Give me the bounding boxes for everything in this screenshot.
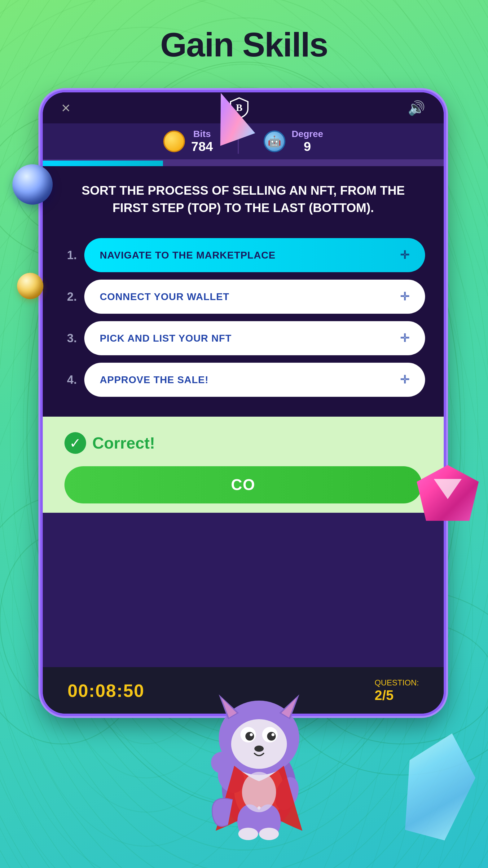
svg-text:B: B [236,102,242,113]
answer-row-1: 1. NAVIGATE TO THE MARKETPLACE ✛ [61,238,425,272]
question-counter-value: 2/5 [375,688,419,703]
answer-label-3: PICK AND LIST YOUR NFT [100,333,232,344]
sound-icon[interactable]: 🔊 [408,100,425,116]
svg-point-22 [271,733,274,736]
drag-icon-3: ✛ [400,332,410,345]
answer-num-4: 4. [61,373,77,386]
continue-button[interactable]: CO [64,466,422,503]
drag-icon-4: ✛ [400,373,410,386]
svg-point-29 [238,828,258,840]
bits-label: Bits [193,129,211,139]
degree-stat: 🤖 Degree 9 [264,129,323,154]
answer-label-1: NAVIGATE TO THE MARKETPLACE [100,250,275,261]
progress-bar-fill [43,161,163,166]
answer-row-2: 2. CONNECT YOUR WALLET ✛ [61,280,425,314]
svg-point-21 [250,733,253,736]
drag-icon-1: ✛ [400,249,410,261]
svg-point-19 [246,732,254,741]
answer-num-1: 1. [61,249,77,262]
svg-point-20 [267,732,276,741]
question-text: SORT THE PROCESS OF SELLING AN NFT, FROM… [64,182,422,216]
answer-row-4: 4. APPROVE THE SALE! ✛ [61,363,425,397]
answer-num-3: 3. [61,332,77,345]
bits-stat: Bits 784 [163,129,213,154]
coin-icon [163,130,185,152]
svg-point-30 [259,828,279,840]
answer-label-4: APPROVE THE SALE! [100,374,208,385]
page-title: Gain Skills [0,25,488,64]
phone-top-bar: × B 🔊 [43,92,444,123]
correct-check-icon: ✓ [64,432,86,454]
avatar-icon: 🤖 [264,130,285,152]
answer-row-3: 3. PICK AND LIST YOUR NFT ✛ [61,321,425,355]
svg-point-16 [231,719,287,769]
correct-area: ✓ Correct! CO [43,416,444,513]
svg-point-25 [211,752,233,773]
deco-gold-sphere [17,273,43,299]
answer-num-2: 2. [61,290,77,304]
answer-button-1[interactable]: NAVIGATE TO THE MARKETPLACE ✛ [84,238,425,272]
correct-badge: ✓ Correct! [64,432,422,454]
answer-button-2[interactable]: CONNECT YOUR WALLET ✛ [84,280,425,314]
question-counter: QUESTION: 2/5 [375,678,419,703]
svg-point-31 [242,772,276,812]
drag-icon-2: ✛ [400,290,410,303]
answers-area: 1. NAVIGATE TO THE MARKETPLACE ✛ 2. CONN… [43,232,444,416]
progress-bar-container [43,161,444,166]
degree-label: Degree [292,129,323,139]
timer: 00:08:50 [68,680,144,701]
close-button[interactable]: × [61,99,70,117]
answer-button-3[interactable]: PICK AND LIST YOUR NFT ✛ [84,321,425,355]
deco-pink-gem [417,465,479,527]
degree-value: 9 [304,139,311,154]
correct-text: Correct! [92,434,155,452]
question-area: SORT THE PROCESS OF SELLING AN NFT, FROM… [43,166,444,232]
mascot-character [185,670,333,843]
svg-point-23 [254,746,264,752]
answer-label-2: CONNECT YOUR WALLET [100,291,229,303]
bits-value: 784 [191,139,213,154]
deco-blue-sphere [12,164,53,205]
answer-button-4[interactable]: APPROVE THE SALE! ✛ [84,363,425,397]
phone-frame: × B 🔊 Bits 784 🤖 Degree 9 [40,90,446,716]
question-counter-label: QUESTION: [375,678,419,688]
